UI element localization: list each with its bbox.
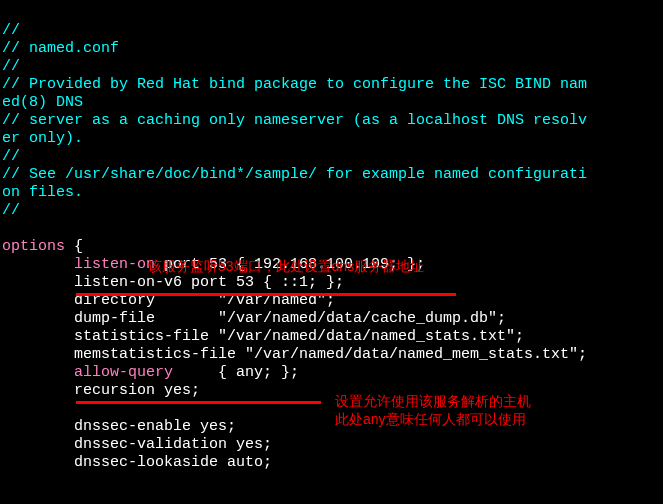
config-code-block: // // named.conf // // Provided by Red H… bbox=[0, 0, 663, 476]
comment-line: // bbox=[2, 22, 20, 39]
indent bbox=[2, 310, 74, 327]
listen-on-v6-line: listen-on-v6 port 53 { ::1; }; bbox=[74, 274, 344, 291]
dnssec-enable-line: dnssec-enable yes; bbox=[74, 418, 236, 435]
dnssec-validation-line: dnssec-validation yes; bbox=[74, 436, 272, 453]
dump-file-val: "/var/named/data/cache_dump.db"; bbox=[218, 310, 506, 327]
statistics-file-line: statistics-file "/var/named/data/named_s… bbox=[74, 328, 524, 345]
indent bbox=[2, 454, 74, 471]
comment-line: // named.conf bbox=[2, 40, 119, 57]
comment-line: // server as a caching only nameserver (… bbox=[2, 112, 587, 129]
comment-line: // Provided by Red Hat bind package to c… bbox=[2, 76, 587, 93]
allow-query-value: { any; }; bbox=[218, 364, 299, 381]
options-keyword: options bbox=[2, 238, 65, 255]
underline-listen-on bbox=[76, 293, 456, 296]
listen-on-keyword: listen-on bbox=[74, 256, 155, 273]
dnssec-lookaside-line: dnssec-lookaside auto; bbox=[74, 454, 272, 471]
comment-line: // bbox=[2, 148, 20, 165]
memstatistics-file-line: memstatistics-file "/var/named/data/name… bbox=[74, 346, 587, 363]
comment-line: // See /usr/share/doc/bind*/sample/ for … bbox=[2, 166, 587, 183]
annotation-allow-query-2: 此处any意味任何人都可以使用 bbox=[335, 411, 526, 428]
indent bbox=[2, 418, 74, 435]
dump-file-kw: dump-file bbox=[74, 310, 155, 327]
annotation-allow-query-1: 设置允许使用该服务解析的主机 bbox=[335, 393, 531, 410]
indent bbox=[2, 328, 74, 345]
comment-line-wrap: er only). bbox=[2, 130, 83, 147]
indent bbox=[2, 364, 74, 381]
allow-query-keyword: allow-query bbox=[74, 364, 173, 381]
indent bbox=[2, 346, 74, 363]
recursion-line: recursion yes; bbox=[74, 382, 200, 399]
indent bbox=[2, 382, 74, 399]
underline-allow-query bbox=[76, 401, 321, 404]
comment-line: // bbox=[2, 202, 20, 219]
annotation-listen-on: 该服务监听53端口，此处设置dns服务器地址 bbox=[148, 258, 424, 275]
comment-line-wrap: ed(8) DNS bbox=[2, 94, 83, 111]
indent bbox=[2, 292, 74, 309]
indent bbox=[2, 274, 74, 291]
comment-line: // bbox=[2, 58, 20, 75]
brace: { bbox=[65, 238, 83, 255]
indent bbox=[2, 436, 74, 453]
indent bbox=[2, 256, 74, 273]
comment-line-wrap: on files. bbox=[2, 184, 83, 201]
